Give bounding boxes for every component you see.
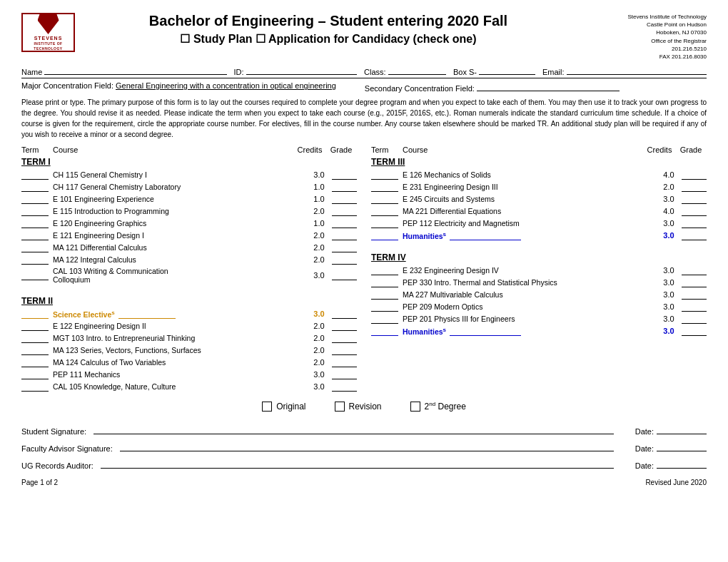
grade-blank[interactable]: [332, 230, 357, 240]
grade-blank[interactable]: [682, 265, 707, 275]
grade-blank[interactable]: [682, 182, 707, 192]
term-blank[interactable]: [371, 230, 398, 240]
term-blank[interactable]: [371, 194, 398, 204]
grade-blank[interactable]: [332, 170, 357, 180]
term-blank[interactable]: [21, 309, 49, 319]
faculty-sig-line[interactable]: [120, 440, 614, 451]
course-name: PEP 330 Intro. Thermal and Statistical P…: [403, 278, 659, 287]
term-blank[interactable]: [21, 218, 49, 228]
course-credits: 3.0: [309, 370, 329, 379]
ug-sig-row: UG Records Auditor: Date:: [21, 457, 707, 470]
term1-title: TERM I: [21, 157, 357, 167]
grade-blank[interactable]: [682, 326, 707, 336]
course-name: Science Electives: [53, 309, 309, 319]
course-name: MA 121 Differential Calculus: [53, 243, 309, 252]
term-blank[interactable]: [371, 326, 398, 336]
name-input-line[interactable]: [44, 65, 226, 75]
grade-blank[interactable]: [682, 170, 707, 180]
grade-blank[interactable]: [332, 206, 357, 216]
boxs-input-line[interactable]: [479, 65, 535, 75]
course-credits: 3.0: [309, 310, 329, 318]
grade-blank[interactable]: [332, 194, 357, 204]
term-blank[interactable]: [371, 182, 398, 192]
grade-blank[interactable]: [332, 309, 357, 319]
grade-blank[interactable]: [332, 333, 357, 343]
term-blank[interactable]: [21, 230, 49, 240]
faculty-date-line[interactable]: [657, 440, 707, 451]
term-blank[interactable]: [21, 333, 49, 343]
table-row: E 126 Mechanics of Solids 4.0: [371, 170, 707, 180]
course-name: E 231 Engineering Design III: [403, 183, 659, 191]
table-row: MA 221 Differential Equations 4.0: [371, 206, 707, 216]
second-degree-checkbox[interactable]: [410, 402, 420, 412]
term-blank[interactable]: [371, 277, 398, 287]
term-blank[interactable]: [371, 218, 398, 228]
term-blank[interactable]: [21, 242, 49, 252]
grade-blank[interactable]: [332, 182, 357, 192]
grade-blank[interactable]: [682, 230, 707, 240]
institution-name: Stevens Institute of Technology: [564, 13, 707, 21]
grade-blank[interactable]: [682, 206, 707, 216]
table-row: MA 121 Differential Calculus 2.0: [21, 242, 357, 252]
grade-blank[interactable]: [682, 290, 707, 300]
grade-blank[interactable]: [682, 194, 707, 204]
revision-checkbox[interactable]: [335, 402, 345, 412]
grade-blank[interactable]: [682, 314, 707, 324]
student-sig-line[interactable]: [93, 423, 614, 434]
term-blank[interactable]: [371, 302, 398, 312]
address-line2: Hoboken, NJ 07030: [564, 29, 707, 36]
term-blank[interactable]: [371, 265, 398, 275]
course-name: Humanitiess: [403, 326, 659, 336]
class-input-line[interactable]: [388, 65, 446, 75]
term-blank[interactable]: [371, 290, 398, 300]
student-date-line[interactable]: [657, 423, 707, 434]
course-name: E 121 Engineering Design I: [53, 231, 309, 240]
term-blank[interactable]: [21, 206, 49, 216]
course-credits: 1.0: [309, 195, 329, 203]
term-blank[interactable]: [21, 321, 49, 331]
ug-sig-line[interactable]: [101, 457, 614, 469]
original-checkbox[interactable]: [262, 402, 272, 412]
grade-blank[interactable]: [332, 357, 357, 367]
course-credits: 2.0: [309, 334, 329, 342]
grade-blank[interactable]: [332, 255, 357, 265]
term-blank[interactable]: [21, 182, 49, 192]
term-blank[interactable]: [371, 206, 398, 216]
term-blank[interactable]: [21, 357, 49, 367]
term-blank[interactable]: [21, 194, 49, 204]
term-blank[interactable]: [21, 369, 49, 379]
term-blank[interactable]: [21, 255, 49, 265]
secondary-conc-input[interactable]: [477, 81, 620, 91]
course-credits: 3.0: [659, 302, 679, 311]
course-credits: 3.0: [659, 327, 679, 335]
grade-blank[interactable]: [332, 382, 357, 392]
email-input-line[interactable]: [567, 65, 707, 75]
grade-blank[interactable]: [332, 369, 357, 379]
term-blank[interactable]: [21, 170, 49, 180]
second-degree-label: 2nd Degree: [425, 401, 466, 412]
grade-blank[interactable]: [332, 242, 357, 252]
grade-blank[interactable]: [682, 302, 707, 312]
grade-blank[interactable]: [332, 270, 357, 280]
term-blank[interactable]: [371, 314, 398, 324]
term-blank[interactable]: [21, 270, 49, 280]
table-row: MA 227 Multivariable Calculus 3.0: [371, 290, 707, 300]
grade-blank[interactable]: [332, 321, 357, 331]
table-row: E 122 Engineering Design II 2.0: [21, 321, 357, 331]
table-row: MA 123 Series, Vectors, Functions, Surfa…: [21, 345, 357, 355]
course-name: PEP 201 Physics III for Engineers: [403, 315, 659, 323]
term-blank[interactable]: [21, 345, 49, 355]
grade-blank[interactable]: [332, 345, 357, 355]
id-input-line[interactable]: [246, 65, 357, 75]
term-blank[interactable]: [21, 382, 49, 392]
address-line1: Castle Point on Hudson: [564, 21, 707, 29]
term-blank[interactable]: [371, 170, 398, 180]
revised-text: Revised June 2020: [645, 479, 707, 486]
grade-blank[interactable]: [332, 218, 357, 228]
grade-blank[interactable]: [682, 277, 707, 287]
ug-date-line[interactable]: [657, 457, 707, 469]
course-credits: 3.0: [659, 266, 679, 275]
grade-blank[interactable]: [682, 218, 707, 228]
revision-checkbox-item: Revision: [335, 402, 382, 412]
page-number: Page 1 of 2: [21, 479, 58, 486]
